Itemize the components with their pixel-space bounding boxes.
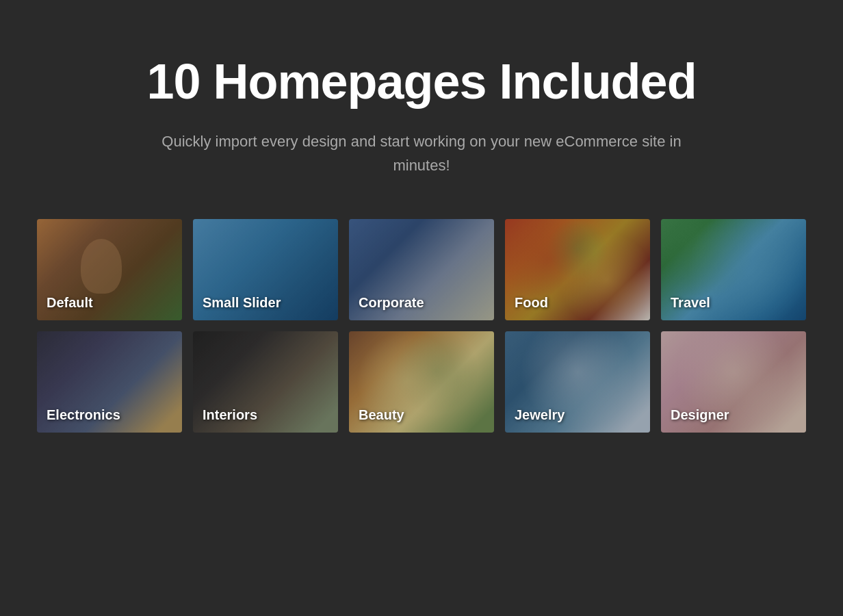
food-label: Food [515,295,548,311]
homepage-item-electronics[interactable]: Electronics [37,331,182,433]
jewelry-label: Jewelry [515,407,565,423]
homepage-item-jewelry[interactable]: Jewelry [505,331,650,433]
small-slider-label: Small Slider [203,295,281,311]
homepage-item-beauty[interactable]: Beauty [349,331,494,433]
homepage-item-corporate[interactable]: Corporate [349,219,494,320]
homepage-grid: DefaultSmall SliderCorporateFoodTravelEl… [27,219,816,433]
grid-row-1: ElectronicsInteriorsBeautyJewelryDesigne… [27,331,816,433]
homepage-item-food[interactable]: Food [505,219,650,320]
beauty-label: Beauty [359,407,404,423]
travel-label: Travel [671,295,710,311]
designer-label: Designer [671,407,729,423]
page-subtitle: Quickly import every design and start wo… [148,129,695,177]
page-title: 10 Homepages Included [146,55,696,109]
homepage-item-designer[interactable]: Designer [661,331,806,433]
homepage-item-small-slider[interactable]: Small Slider [193,219,338,320]
default-label: Default [47,295,93,311]
header-section: 10 Homepages Included Quickly import eve… [146,55,696,178]
homepage-item-default[interactable]: Default [37,219,182,320]
corporate-label: Corporate [359,295,424,311]
grid-row-0: DefaultSmall SliderCorporateFoodTravel [27,219,816,320]
interiors-label: Interiors [203,407,257,423]
electronics-label: Electronics [47,407,120,423]
homepage-item-interiors[interactable]: Interiors [193,331,338,433]
homepage-item-travel[interactable]: Travel [661,219,806,320]
